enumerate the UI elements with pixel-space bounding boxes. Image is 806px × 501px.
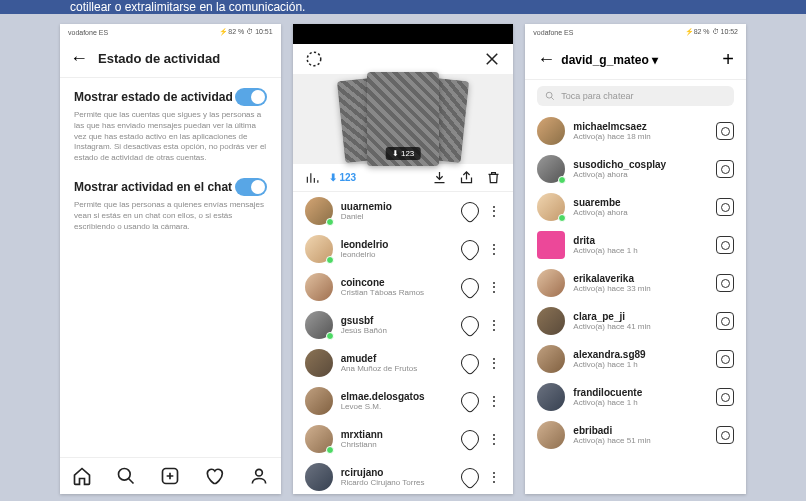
- svg-point-0: [119, 469, 131, 481]
- message-icon[interactable]: [458, 388, 483, 413]
- chat-username: alexandra.sg89: [573, 349, 708, 360]
- chat-username: susodicho_cosplay: [573, 159, 708, 170]
- avatar: [537, 117, 565, 145]
- online-dot: [558, 176, 566, 184]
- chat-row[interactable]: clara_pe_ji Activo(a) hace 41 min: [525, 302, 746, 340]
- viewer-username: uuarnemio: [341, 201, 454, 212]
- message-icon[interactable]: [458, 198, 483, 223]
- search-icon[interactable]: [116, 466, 136, 486]
- camera-icon[interactable]: [716, 236, 734, 254]
- search-input[interactable]: Toca para chatear: [537, 86, 734, 106]
- toggle-activity-status[interactable]: [235, 88, 267, 106]
- chat-row[interactable]: drita Activo(a) hace 1 h: [525, 226, 746, 264]
- viewer-fullname: leondelrio: [341, 250, 454, 259]
- viewer-toolbar: ⬇ 123: [293, 164, 514, 192]
- toggle-2-label: Mostrar actividad en el chat: [74, 180, 232, 194]
- chat-username: drita: [573, 235, 708, 246]
- bottom-nav: [60, 457, 281, 494]
- back-icon[interactable]: ←: [537, 49, 555, 70]
- message-icon[interactable]: [458, 274, 483, 299]
- camera-icon[interactable]: [716, 388, 734, 406]
- viewer-row[interactable]: uuarnemio Daniel ⋮: [293, 192, 514, 230]
- online-dot: [326, 332, 334, 340]
- profile-icon[interactable]: [249, 466, 269, 486]
- viewer-row[interactable]: rcirujano Ricardo Cirujano Torres ⋮: [293, 458, 514, 494]
- carrier-label: vodafone ES: [533, 29, 573, 36]
- chat-row[interactable]: michaelmcsaez Activo(a) hace 18 min: [525, 112, 746, 150]
- trash-icon[interactable]: [486, 170, 501, 185]
- camera-icon[interactable]: [716, 122, 734, 140]
- chat-row[interactable]: ebribadi Activo(a) hace 51 min: [525, 416, 746, 454]
- search-placeholder: Toca para chatear: [561, 91, 633, 101]
- back-icon[interactable]: ←: [70, 48, 88, 69]
- message-icon[interactable]: [458, 236, 483, 261]
- chat-status: Activo(a) hace 51 min: [573, 436, 708, 445]
- chat-status: Activo(a) ahora: [573, 208, 708, 217]
- message-icon[interactable]: [458, 426, 483, 451]
- viewer-row[interactable]: coincone Cristian Táboas Ramos ⋮: [293, 268, 514, 306]
- settings-ring-icon[interactable]: [305, 50, 323, 68]
- chat-row[interactable]: frandilocuente Activo(a) hace 1 h: [525, 378, 746, 416]
- search-icon: [545, 91, 555, 101]
- viewer-row[interactable]: elmae.delosgatos Levoe S.M. ⋮: [293, 382, 514, 420]
- message-icon[interactable]: [458, 350, 483, 375]
- toggle-1-label: Mostrar estado de actividad: [74, 90, 233, 104]
- views-badge: ⬇ 123: [386, 147, 421, 160]
- chat-username: frandilocuente: [573, 387, 708, 398]
- avatar: [305, 311, 333, 339]
- viewer-username: amudef: [341, 353, 454, 364]
- avatar: [305, 349, 333, 377]
- svg-point-2: [255, 469, 262, 476]
- chat-row[interactable]: erikalaverika Activo(a) hace 33 min: [525, 264, 746, 302]
- status-bar: vodafone ES ⚡82 % ⏱ 10:51: [60, 24, 281, 40]
- chat-username: erikalaverika: [573, 273, 708, 284]
- avatar: [537, 269, 565, 297]
- story-carousel[interactable]: ⬇ 123: [293, 74, 514, 164]
- camera-icon[interactable]: [716, 274, 734, 292]
- compose-icon[interactable]: +: [722, 48, 734, 71]
- online-dot: [326, 446, 334, 454]
- chat-row[interactable]: susodicho_cosplay Activo(a) ahora: [525, 150, 746, 188]
- phone-settings: vodafone ES ⚡82 % ⏱ 10:51 ← Estado de ac…: [60, 24, 281, 494]
- share-icon[interactable]: [459, 170, 474, 185]
- chat-row[interactable]: alexandra.sg89 Activo(a) hace 1 h: [525, 340, 746, 378]
- camera-icon[interactable]: [716, 198, 734, 216]
- close-icon[interactable]: [483, 50, 501, 68]
- app-bar: ← Estado de actividad: [60, 40, 281, 78]
- status-right: ⚡82 % ⏱ 10:52: [685, 28, 738, 36]
- camera-icon[interactable]: [716, 160, 734, 178]
- chat-username: clara_pe_ji: [573, 311, 708, 322]
- avatar: [537, 421, 565, 449]
- viewer-row[interactable]: amudef Ana Muñoz de Frutos ⋮: [293, 344, 514, 382]
- heart-icon[interactable]: [204, 466, 224, 486]
- download-icon[interactable]: [432, 170, 447, 185]
- camera-icon[interactable]: [716, 350, 734, 368]
- chat-username: michaelmcsaez: [573, 121, 708, 132]
- avatar: [305, 235, 333, 263]
- viewer-username: leondelrio: [341, 239, 454, 250]
- blackout-bar: [293, 24, 514, 44]
- stats-icon[interactable]: [305, 171, 319, 185]
- chat-status: Activo(a) hace 1 h: [573, 246, 708, 255]
- chat-list: michaelmcsaez Activo(a) hace 18 min suso…: [525, 112, 746, 494]
- avatar: [305, 273, 333, 301]
- message-icon[interactable]: [458, 312, 483, 337]
- toggle-chat-activity[interactable]: [235, 178, 267, 196]
- camera-icon[interactable]: [716, 426, 734, 444]
- chat-row[interactable]: suarembe Activo(a) ahora: [525, 188, 746, 226]
- toggle-2-desc: Permite que las personas a quienes envía…: [74, 200, 267, 232]
- message-icon[interactable]: [458, 464, 483, 489]
- home-icon[interactable]: [72, 466, 92, 486]
- viewer-row[interactable]: mrxtiann Christiann ⋮: [293, 420, 514, 458]
- add-post-icon[interactable]: [160, 466, 180, 486]
- avatar: [537, 193, 565, 221]
- account-switcher[interactable]: david_g_mateo ▾: [561, 53, 658, 67]
- page-banner: cotillear o extralimitarse en la comunic…: [0, 0, 806, 14]
- chat-status: Activo(a) hace 1 h: [573, 398, 708, 407]
- viewer-fullname: Levoe S.M.: [341, 402, 454, 411]
- camera-icon[interactable]: [716, 312, 734, 330]
- viewer-row[interactable]: gsusbf Jesús Bañón ⋮: [293, 306, 514, 344]
- status-right: ⚡82 % ⏱ 10:51: [219, 28, 272, 36]
- chat-status: Activo(a) ahora: [573, 170, 708, 179]
- viewer-row[interactable]: leondelrio leondelrio ⋮: [293, 230, 514, 268]
